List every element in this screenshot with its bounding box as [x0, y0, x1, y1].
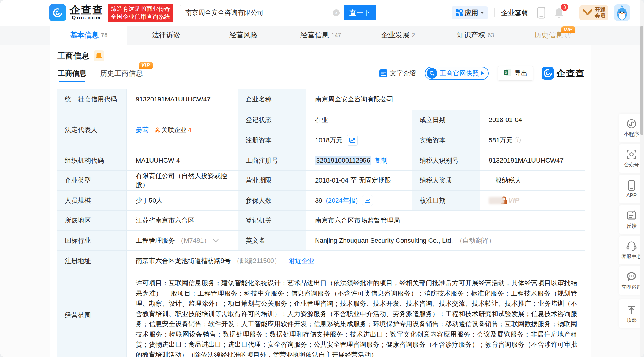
chevron-down-icon	[480, 12, 484, 14]
approval-date-locked-cell: VIP	[480, 191, 585, 211]
apps-menu[interactable]: 应用	[452, 6, 488, 19]
bell-icon	[96, 52, 102, 59]
paid-capital-cell: 581万元 i	[480, 130, 585, 150]
org-chart-icon	[155, 127, 160, 133]
business-info-card: 工商信息 工商信息 VIP 历史工商信息 文字介绍	[50, 45, 591, 357]
tab-company-development[interactable]: 企业发展2	[360, 26, 437, 45]
export-button[interactable]: X 导出	[498, 66, 533, 81]
field-label: 参保人数	[238, 191, 306, 211]
chevron-down-icon[interactable]	[213, 237, 219, 242]
qr-scan-icon	[626, 149, 637, 160]
reg-status-value: 在业	[306, 110, 412, 130]
info-icon[interactable]: i	[515, 137, 521, 143]
user-avatar[interactable]	[614, 4, 630, 21]
company-name-value: 南京周全安全咨询有限公司	[306, 89, 585, 110]
field-label: 法定代表人	[57, 110, 127, 150]
tab-basic-info[interactable]: 基本信息78	[50, 26, 127, 45]
field-label: 所属地区	[57, 211, 127, 231]
capital-trend-chart-button[interactable]	[347, 135, 358, 146]
divider	[494, 8, 495, 17]
annual-report-link[interactable]: (2024年报)	[326, 196, 358, 205]
section-title: 工商信息	[57, 50, 89, 61]
slogan-line2: 全国企业信用查询系统	[111, 13, 170, 21]
business-registration-table: 统一社会信用代码 91320191MA1UUHCW47 企业名称 南京周全安全咨…	[57, 89, 585, 357]
divider	[571, 8, 571, 17]
mini-program-icon	[626, 118, 637, 129]
open-vip-button[interactable]: 开通 会员	[579, 5, 608, 20]
qcc-logo[interactable]: 企查查 Qcc.com	[49, 4, 104, 21]
qcc-company-page: 企查查 Qcc.com 缔造有远见的商业传奇 全国企业信用查询系统 ✕ 查一下 …	[0, 0, 644, 357]
notifications-button[interactable]: 3	[554, 7, 564, 18]
subscribe-bell-button[interactable]	[94, 50, 104, 61]
taxpayer-id-value: 91320191MA1UUHCW47	[480, 150, 585, 171]
insured-trend-chart-button[interactable]	[362, 195, 373, 206]
credit-code-value: 91320191MA1UUHCW47	[127, 89, 238, 110]
search-bar: ✕ 查一下	[180, 5, 376, 20]
page-scrollbar[interactable]	[640, 0, 644, 357]
field-label: 成立日期	[412, 110, 480, 130]
field-label: 统一社会信用代码	[57, 89, 127, 110]
taxpayer-quality-value: 一般纳税人	[480, 171, 585, 191]
back-to-top-icon	[626, 304, 637, 315]
search-input[interactable]	[180, 5, 344, 20]
business-scope-value: 许可项目：互联网信息服务；建筑智能化系统设计；艺术品进出口（依法须经批准的项目，…	[127, 271, 585, 357]
main-tab-strip: 基本信息78 法律诉讼 经营风险 经营信息147 企业发展2 知识产权63 VI…	[0, 26, 644, 45]
qcc-watermark-logo: 企查查	[542, 67, 585, 80]
vip-locked-label: VIP	[508, 196, 519, 204]
brand-slogan: 缔造有远见的商业传奇 全国企业信用查询系统	[108, 4, 173, 22]
qcc-logo-icon	[49, 4, 66, 21]
top-header: 企查查 Qcc.com 缔造有远见的商业传奇 全国企业信用查询系统 ✕ 查一下 …	[0, 0, 644, 26]
field-label: 纳税人资质	[412, 171, 480, 191]
tab-operation-risk[interactable]: 经营风险	[205, 26, 282, 45]
chat-bubble-icon	[626, 271, 637, 282]
official-snapshot-button[interactable]: 工商官网快照	[425, 67, 489, 80]
qcc-logo-icon	[542, 67, 554, 80]
logo-en: Qcc.com	[70, 15, 104, 21]
mobile-app-button[interactable]	[537, 7, 546, 19]
field-label: 核准日期	[412, 191, 480, 211]
search-button[interactable]: 查一下	[344, 5, 376, 20]
enterprise-package-link[interactable]: 企业套餐	[501, 8, 529, 18]
excel-icon: X	[503, 68, 512, 78]
business-term-value: 2018-01-04 至 无固定期限	[306, 171, 412, 191]
field-label: 工商注册号	[238, 150, 306, 171]
text-intro-button[interactable]: 文字介绍	[379, 69, 416, 78]
staff-size-value: 少于50人	[127, 191, 238, 211]
insured-count-cell: 39 (2024年报)	[306, 191, 412, 211]
establish-date-value: 2018-01-04	[480, 110, 585, 130]
field-label: 登记状态	[238, 110, 306, 130]
field-label: 登记机关	[238, 211, 306, 231]
subtab-business-info[interactable]: 工商信息	[58, 69, 86, 78]
play-arrow-icon	[481, 71, 484, 75]
subtab-row: 工商信息 VIP 历史工商信息 文字介绍 工商官网快照	[50, 61, 591, 85]
phone-icon	[626, 180, 637, 191]
document-icon	[379, 69, 387, 77]
field-label: 英文名	[238, 231, 306, 251]
postcode: （邮编211500）	[233, 256, 281, 265]
legal-rep-cell: 晏莺 关联企业 4	[127, 110, 238, 150]
blurred-value	[489, 197, 504, 204]
copy-link[interactable]: 复制	[374, 156, 387, 165]
field-label: 营业期限	[238, 171, 306, 191]
related-companies-button[interactable]: 关联企业 4	[152, 125, 194, 135]
tab-history-info[interactable]: VIP 历史信息 i	[514, 26, 591, 45]
vip-cta-text: 开通 会员	[595, 7, 605, 19]
section-title-row: 工商信息	[50, 45, 591, 61]
headset-icon	[626, 240, 637, 252]
svg-text:X: X	[505, 70, 507, 75]
tab-operation-info[interactable]: 经营信息147	[282, 26, 359, 45]
clear-icon[interactable]: ✕	[333, 9, 340, 16]
subtab-history-business-info[interactable]: VIP 历史工商信息	[100, 69, 143, 78]
legal-rep-link[interactable]: 晏莺	[136, 126, 149, 134]
tab-intellectual-property[interactable]: 知识产权63	[437, 26, 514, 45]
field-label: 国标行业	[57, 231, 127, 251]
nearby-companies-link[interactable]: 附近企业	[288, 256, 314, 265]
penguin-avatar-image	[614, 4, 630, 21]
reg-capital-cell: 1018万元	[306, 130, 412, 150]
scrollbar-thumb[interactable]	[640, 26, 643, 135]
apps-grid-icon	[455, 9, 463, 17]
tab-legal-litigation[interactable]: 法律诉讼	[127, 26, 205, 45]
industry-cell: 工程管理服务 （M7481）	[127, 231, 238, 251]
vip-crown-icon	[582, 8, 593, 17]
top-nav: 应用 企业套餐 3 开通 会员	[452, 4, 630, 21]
